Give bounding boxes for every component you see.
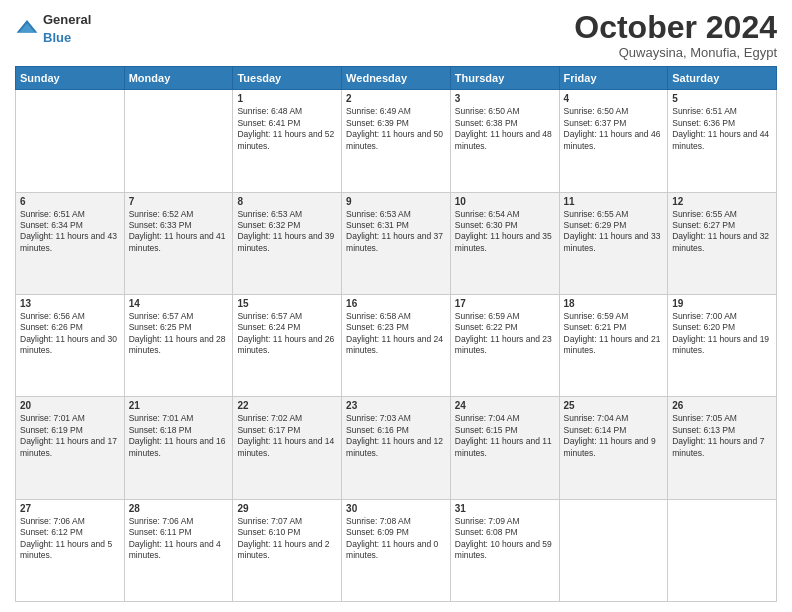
logo-general: General xyxy=(43,12,91,27)
table-row: 23Sunrise: 7:03 AMSunset: 6:16 PMDayligh… xyxy=(342,397,451,499)
table-row xyxy=(559,499,668,601)
header: General Blue October 2024 Quwaysina, Mon… xyxy=(15,10,777,60)
table-row: 12Sunrise: 6:55 AMSunset: 6:27 PMDayligh… xyxy=(668,192,777,294)
table-row: 24Sunrise: 7:04 AMSunset: 6:15 PMDayligh… xyxy=(450,397,559,499)
col-monday: Monday xyxy=(124,67,233,90)
table-row: 26Sunrise: 7:05 AMSunset: 6:13 PMDayligh… xyxy=(668,397,777,499)
table-row: 22Sunrise: 7:02 AMSunset: 6:17 PMDayligh… xyxy=(233,397,342,499)
table-row: 13Sunrise: 6:56 AMSunset: 6:26 PMDayligh… xyxy=(16,294,125,396)
table-row: 29Sunrise: 7:07 AMSunset: 6:10 PMDayligh… xyxy=(233,499,342,601)
table-row: 7Sunrise: 6:52 AMSunset: 6:33 PMDaylight… xyxy=(124,192,233,294)
page: General Blue October 2024 Quwaysina, Mon… xyxy=(0,0,792,612)
table-row: 21Sunrise: 7:01 AMSunset: 6:18 PMDayligh… xyxy=(124,397,233,499)
table-row: 18Sunrise: 6:59 AMSunset: 6:21 PMDayligh… xyxy=(559,294,668,396)
table-row xyxy=(668,499,777,601)
table-row: 11Sunrise: 6:55 AMSunset: 6:29 PMDayligh… xyxy=(559,192,668,294)
col-tuesday: Tuesday xyxy=(233,67,342,90)
col-sunday: Sunday xyxy=(16,67,125,90)
table-row: 17Sunrise: 6:59 AMSunset: 6:22 PMDayligh… xyxy=(450,294,559,396)
table-row: 19Sunrise: 7:00 AMSunset: 6:20 PMDayligh… xyxy=(668,294,777,396)
table-row: 15Sunrise: 6:57 AMSunset: 6:24 PMDayligh… xyxy=(233,294,342,396)
table-row: 1Sunrise: 6:48 AMSunset: 6:41 PMDaylight… xyxy=(233,90,342,192)
subtitle: Quwaysina, Monufia, Egypt xyxy=(574,45,777,60)
table-row: 28Sunrise: 7:06 AMSunset: 6:11 PMDayligh… xyxy=(124,499,233,601)
table-row: 16Sunrise: 6:58 AMSunset: 6:23 PMDayligh… xyxy=(342,294,451,396)
calendar-week-row: 13Sunrise: 6:56 AMSunset: 6:26 PMDayligh… xyxy=(16,294,777,396)
table-row: 2Sunrise: 6:49 AMSunset: 6:39 PMDaylight… xyxy=(342,90,451,192)
col-wednesday: Wednesday xyxy=(342,67,451,90)
table-row: 14Sunrise: 6:57 AMSunset: 6:25 PMDayligh… xyxy=(124,294,233,396)
table-row: 5Sunrise: 6:51 AMSunset: 6:36 PMDaylight… xyxy=(668,90,777,192)
calendar-week-row: 1Sunrise: 6:48 AMSunset: 6:41 PMDaylight… xyxy=(16,90,777,192)
table-row xyxy=(124,90,233,192)
table-row xyxy=(16,90,125,192)
table-row: 3Sunrise: 6:50 AMSunset: 6:38 PMDaylight… xyxy=(450,90,559,192)
table-row: 6Sunrise: 6:51 AMSunset: 6:34 PMDaylight… xyxy=(16,192,125,294)
table-row: 9Sunrise: 6:53 AMSunset: 6:31 PMDaylight… xyxy=(342,192,451,294)
col-thursday: Thursday xyxy=(450,67,559,90)
calendar-table: Sunday Monday Tuesday Wednesday Thursday… xyxy=(15,66,777,602)
calendar-week-row: 6Sunrise: 6:51 AMSunset: 6:34 PMDaylight… xyxy=(16,192,777,294)
logo-blue: Blue xyxy=(43,30,71,45)
calendar-week-row: 27Sunrise: 7:06 AMSunset: 6:12 PMDayligh… xyxy=(16,499,777,601)
table-row: 31Sunrise: 7:09 AMSunset: 6:08 PMDayligh… xyxy=(450,499,559,601)
table-row: 30Sunrise: 7:08 AMSunset: 6:09 PMDayligh… xyxy=(342,499,451,601)
col-friday: Friday xyxy=(559,67,668,90)
calendar-week-row: 20Sunrise: 7:01 AMSunset: 6:19 PMDayligh… xyxy=(16,397,777,499)
table-row: 10Sunrise: 6:54 AMSunset: 6:30 PMDayligh… xyxy=(450,192,559,294)
logo: General Blue xyxy=(15,10,91,46)
table-row: 25Sunrise: 7:04 AMSunset: 6:14 PMDayligh… xyxy=(559,397,668,499)
table-row: 20Sunrise: 7:01 AMSunset: 6:19 PMDayligh… xyxy=(16,397,125,499)
month-title: October 2024 xyxy=(574,10,777,45)
logo-icon xyxy=(15,18,39,38)
title-block: October 2024 Quwaysina, Monufia, Egypt xyxy=(574,10,777,60)
col-saturday: Saturday xyxy=(668,67,777,90)
table-row: 27Sunrise: 7:06 AMSunset: 6:12 PMDayligh… xyxy=(16,499,125,601)
calendar-header-row: Sunday Monday Tuesday Wednesday Thursday… xyxy=(16,67,777,90)
table-row: 4Sunrise: 6:50 AMSunset: 6:37 PMDaylight… xyxy=(559,90,668,192)
table-row: 8Sunrise: 6:53 AMSunset: 6:32 PMDaylight… xyxy=(233,192,342,294)
